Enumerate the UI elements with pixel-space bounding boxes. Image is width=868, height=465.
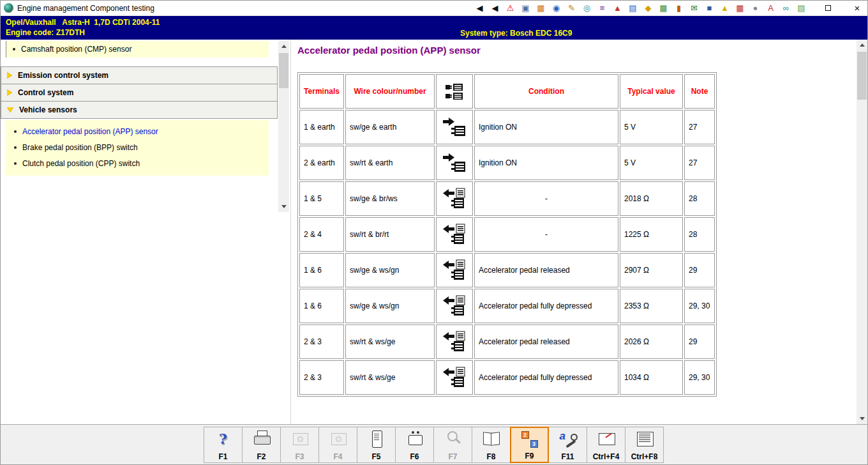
service-icon[interactable]: ✎ bbox=[564, 2, 579, 15]
value-header: Typical value bbox=[620, 74, 683, 109]
sidebar-item-cmp-sensor[interactable]: Camshaft position (CMP) sensor bbox=[6, 41, 269, 57]
main-panel: Accelerator pedal position (APP) sensor … bbox=[291, 40, 857, 424]
close-button[interactable]: × bbox=[847, 1, 867, 15]
condition-cell: Ignition ON bbox=[474, 110, 618, 144]
scroll-track[interactable] bbox=[278, 52, 289, 201]
manual-book-icon[interactable]: ▤ bbox=[625, 2, 640, 15]
value-cell: 1034 Ω bbox=[620, 360, 683, 395]
wiring-icon[interactable]: ≡ bbox=[595, 2, 610, 15]
wire-cell: sw/rt & earth bbox=[345, 146, 435, 180]
note-cell: 27 bbox=[684, 146, 715, 180]
notes-icon[interactable]: ▤ bbox=[794, 2, 809, 15]
diagram-plus-icon bbox=[329, 429, 348, 448]
scroll-down-icon[interactable] bbox=[857, 413, 867, 424]
measurement-icon-cell bbox=[436, 146, 473, 180]
sidebar-section[interactable]: Control system bbox=[1, 84, 278, 102]
condition-cell: Accelerator pedal released bbox=[474, 253, 618, 287]
ohmmeter-test-icon bbox=[442, 330, 467, 352]
function-key-label: F1 bbox=[218, 452, 227, 461]
function-button[interactable]: F6 bbox=[395, 427, 434, 463]
vehicle-model: Opel/Vauxhall Astra-H 1,7D CDTi 2004-11 bbox=[6, 17, 867, 27]
data-list-icon bbox=[635, 429, 654, 448]
restore-icon bbox=[825, 5, 831, 11]
disk-icon[interactable]: ■ bbox=[702, 2, 717, 15]
sidebar-item[interactable]: Brake pedal position (BPP) switch bbox=[6, 139, 269, 155]
sidebar-item[interactable]: Clutch pedal position (CPP) switch bbox=[6, 155, 269, 171]
sidebar-section[interactable]: Emission control system bbox=[1, 66, 278, 84]
function-key-label: F11 bbox=[561, 452, 574, 461]
table-row: 1 & 5 sw/ge & br/ws - 2018 Ω 28 bbox=[299, 181, 715, 216]
connector-pair-icon bbox=[440, 83, 468, 91]
user-icon[interactable]: ● bbox=[748, 2, 763, 15]
table-row: 2 & 4 sw/rt & br/rt - 1225 Ω 28 bbox=[299, 217, 715, 252]
magnifier-icon bbox=[444, 429, 463, 448]
sidebar-section[interactable]: Vehicle sensors bbox=[1, 101, 278, 119]
value-cell: 2353 Ω bbox=[620, 289, 683, 323]
titlebar-icon-strip: ◀ ◀ ⚠ ▣ ▦ ◉ ✎ ◎ ≡ ▲ ▤ ◆ bbox=[472, 2, 809, 15]
voltmeter-test-icon bbox=[442, 151, 467, 173]
window-controls: × bbox=[818, 1, 867, 15]
function-button[interactable]: F2 bbox=[242, 427, 281, 463]
report-icon[interactable]: ▦ bbox=[733, 2, 747, 15]
wire-cell: sw/rt & ws/ge bbox=[345, 360, 435, 395]
voltmeter-test-icon bbox=[442, 116, 467, 137]
main-scrollbar[interactable] bbox=[857, 40, 867, 424]
measurement-icon-cell bbox=[436, 110, 473, 144]
window-title: Engine management Component testing bbox=[17, 4, 154, 13]
function-button[interactable]: 23 F9 bbox=[510, 427, 549, 463]
engine-code: Engine code: Z17DTH bbox=[6, 27, 867, 38]
note-cell: 29, 30 bbox=[684, 360, 715, 395]
scroll-thumb[interactable] bbox=[279, 53, 288, 88]
function-button[interactable]: F7 bbox=[433, 427, 472, 463]
go-back-icon[interactable]: ◀ bbox=[488, 2, 502, 15]
function-button[interactable]: ? F1 bbox=[204, 427, 243, 463]
spark-icon[interactable]: ▲ bbox=[717, 2, 732, 15]
component-tree: Camshaft position (CMP) sensor Emission … bbox=[1, 41, 278, 176]
car-data-icon[interactable]: ◆ bbox=[641, 2, 655, 15]
control-unit-icon bbox=[367, 429, 386, 448]
function-button[interactable]: F5 bbox=[357, 427, 396, 463]
bulletin-icon[interactable]: ✉ bbox=[687, 2, 701, 15]
scroll-up-icon[interactable] bbox=[278, 41, 289, 52]
sidebar-item[interactable]: Accelerator pedal position (APP) sensor bbox=[6, 123, 269, 139]
note-cell: 28 bbox=[684, 181, 715, 216]
function-toolbar: ? F1 F2 F3 F4 F5 bbox=[1, 424, 867, 464]
scroll-thumb[interactable] bbox=[857, 52, 867, 100]
sidebar-scrollbar[interactable] bbox=[278, 41, 289, 212]
sidebar-item-label: Brake pedal position (BPP) switch bbox=[22, 143, 138, 152]
function-button[interactable]: Ctrl+F8 bbox=[625, 427, 664, 463]
scroll-down-icon[interactable] bbox=[278, 201, 289, 212]
scroll-track[interactable] bbox=[857, 50, 867, 413]
info-icon[interactable]: A bbox=[763, 2, 778, 15]
bullet-icon bbox=[14, 146, 17, 149]
chart-icon[interactable]: ▲ bbox=[610, 2, 625, 15]
function-button[interactable]: a F11 bbox=[548, 427, 587, 463]
printer-icon bbox=[252, 429, 271, 448]
vehicle-header: Opel/Vauxhall Astra-H 1,7D CDTi 2004-11 … bbox=[1, 16, 867, 40]
value-cell: 5 V bbox=[620, 146, 683, 180]
function-button[interactable]: F4 bbox=[318, 427, 357, 463]
terminals-cell: 1 & 6 bbox=[299, 289, 344, 323]
gauge-icon[interactable]: ◎ bbox=[580, 2, 594, 15]
ohmmeter-test-icon bbox=[442, 366, 467, 388]
scroll-up-icon[interactable] bbox=[857, 40, 867, 50]
function-button[interactable]: F3 bbox=[280, 427, 319, 463]
function-button[interactable]: F8 bbox=[472, 427, 511, 463]
monitor-icon[interactable]: ▣ bbox=[518, 2, 533, 15]
condition-header: Condition bbox=[474, 74, 618, 109]
section-label: Emission control system bbox=[18, 71, 108, 80]
condition-cell: - bbox=[474, 181, 618, 216]
module-icon[interactable]: ▦ bbox=[534, 2, 548, 15]
function-button[interactable]: Ctrl+F4 bbox=[587, 427, 625, 463]
globe-icon[interactable]: ◉ bbox=[549, 2, 564, 15]
schedule-icon[interactable]: ▦ bbox=[656, 2, 671, 15]
fuse-icon[interactable]: ▮ bbox=[671, 2, 686, 15]
wire-cell: sw/ge & ws/gn bbox=[345, 289, 435, 323]
value-cell: 2026 Ω bbox=[620, 324, 683, 359]
multimeter-icon bbox=[597, 429, 616, 448]
warning-icon[interactable]: ⚠ bbox=[503, 2, 518, 15]
restore-button[interactable] bbox=[818, 1, 838, 15]
wire-cell: sw/ge & br/ws bbox=[345, 181, 435, 216]
go-first-icon[interactable]: ◀ bbox=[472, 2, 487, 15]
link-icon[interactable]: ∞ bbox=[779, 2, 793, 15]
